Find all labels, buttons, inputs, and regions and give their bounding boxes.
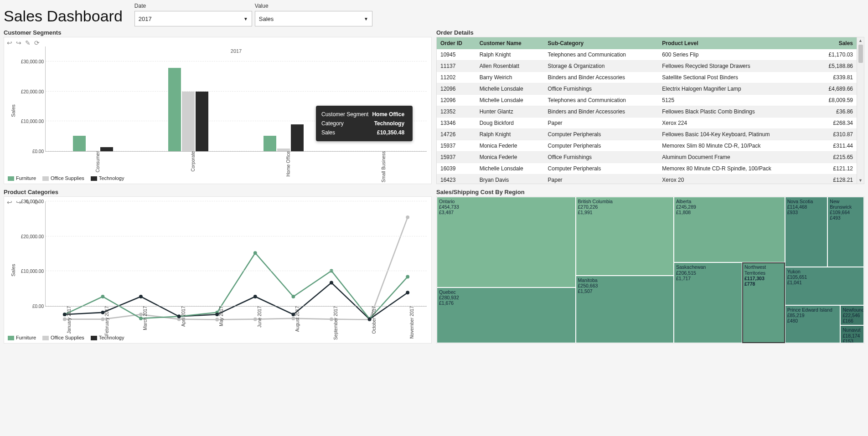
line-point[interactable] bbox=[101, 295, 104, 298]
treemap-node-ship: £493 bbox=[830, 215, 862, 221]
bar[interactable] bbox=[182, 92, 195, 151]
table-cell: Xerox 20 bbox=[658, 174, 814, 184]
value-filter: Value Sales ▼ bbox=[255, 3, 372, 26]
treemap-node[interactable]: Saskachewan£206,515£1,717 bbox=[674, 262, 742, 343]
treemap-node[interactable]: Prince Edward Island£85,219£480 bbox=[785, 305, 841, 343]
line-point[interactable] bbox=[253, 295, 257, 298]
table-cell: 12096 bbox=[437, 95, 476, 106]
table-row[interactable]: 16039Michelle LonsdaleComputer Periphera… bbox=[437, 163, 857, 174]
table-cell: Xerox 224 bbox=[658, 118, 814, 129]
line-series[interactable] bbox=[65, 253, 408, 319]
bar[interactable] bbox=[100, 147, 113, 151]
legend-item[interactable]: Technology bbox=[91, 175, 124, 181]
treemap-node[interactable]: Yukon£105,651£1,041 bbox=[785, 267, 864, 305]
legend-item[interactable]: Furniture bbox=[8, 335, 36, 340]
table-cell: Fellowes Black Plastic Comb Bindings bbox=[658, 106, 814, 118]
y-tick-label: £0.00 bbox=[32, 304, 46, 309]
legend-item[interactable]: Furniture bbox=[8, 175, 36, 181]
x-category-label: Home Office bbox=[284, 151, 291, 176]
treemap-node[interactable]: Newfoundland£22,546£166 bbox=[840, 305, 864, 326]
table-row[interactable]: 15937Monica FederleComputer PeripheralsM… bbox=[437, 140, 857, 152]
scroll-up-icon[interactable]: ▲ bbox=[858, 37, 863, 44]
col-subcategory[interactable]: Sub-Category bbox=[544, 37, 659, 49]
legend-item[interactable]: Office Supplies bbox=[42, 335, 84, 340]
line-point[interactable] bbox=[406, 215, 409, 219]
bar[interactable] bbox=[264, 136, 276, 151]
table-cell: £310.87 bbox=[814, 129, 857, 140]
legend-item[interactable]: Office Supplies bbox=[42, 175, 84, 181]
table-cell: Telephones and Communication bbox=[544, 95, 659, 106]
treemap-node[interactable]: New Brunswick£109,664£493 bbox=[827, 197, 864, 267]
treemap-node[interactable]: Manitoba£250,663£1,507 bbox=[576, 276, 674, 343]
table-row[interactable]: 14726Ralph KnightComputer PeripheralsFel… bbox=[437, 129, 857, 140]
date-filter-select[interactable]: 2017 ▼ bbox=[134, 11, 252, 26]
table-row[interactable]: 11202Barry WeirichBinders and Binder Acc… bbox=[437, 72, 857, 83]
order-table-scroll[interactable]: Order ID Customer Name Sub-Category Prod… bbox=[437, 37, 857, 184]
value-filter-value: Sales bbox=[259, 15, 274, 22]
table-cell: 10945 bbox=[437, 49, 476, 61]
treemap-node[interactable]: Quebec£280,932£1,676 bbox=[437, 287, 576, 343]
scroll-down-icon[interactable]: ▼ bbox=[858, 177, 863, 184]
col-sales[interactable]: Sales bbox=[814, 37, 857, 49]
table-row[interactable]: 12352Hunter GlantzBinders and Binder Acc… bbox=[437, 106, 857, 118]
redo-icon[interactable]: ↪ bbox=[16, 39, 21, 46]
table-cell: Telephones and Communication bbox=[544, 49, 659, 61]
line-point[interactable] bbox=[253, 251, 257, 255]
treemap-node[interactable]: British Columbia£270,226£1,991 bbox=[576, 197, 674, 276]
table-cell: Aluminum Document Frame bbox=[658, 152, 814, 163]
scroll-thumb[interactable] bbox=[858, 45, 863, 63]
treemap-node[interactable]: Ontario£454,733£3,487 bbox=[437, 197, 576, 287]
col-product[interactable]: Product Level bbox=[658, 37, 814, 49]
refresh-icon[interactable]: ⟳ bbox=[34, 39, 40, 46]
undo-icon[interactable]: ↩ bbox=[7, 39, 12, 46]
treemap-node-sales: £270,226 bbox=[578, 204, 672, 210]
table-row[interactable]: 13346Doug BickfordPaperXerox 224£268.34 bbox=[437, 118, 857, 129]
product-categories-chart[interactable]: ↩ ↪ ✎ ⟳ Sales £0.00£10,000.00£20,000.00£… bbox=[4, 196, 432, 344]
bar[interactable] bbox=[291, 124, 304, 151]
bar[interactable] bbox=[196, 92, 208, 151]
region-treemap[interactable]: ↩ ↪ ✎ Ontario£454,733£3,487British Colum… bbox=[436, 196, 864, 344]
treemap-node-sales: £22,546 bbox=[842, 313, 862, 318]
table-row[interactable]: 12096Michelle LonsdaleTelephones and Com… bbox=[437, 95, 857, 106]
line-series[interactable] bbox=[65, 283, 408, 319]
line-point[interactable] bbox=[406, 275, 409, 279]
table-scrollbar[interactable]: ▲ ▼ bbox=[857, 37, 864, 184]
x-category-label: February 2017 bbox=[103, 306, 109, 336]
treemap-node[interactable]: Northwest Territories£117,303£778 bbox=[742, 262, 785, 343]
value-filter-select[interactable]: Sales ▼ bbox=[255, 11, 372, 26]
table-cell: Computer Peripherals bbox=[544, 140, 659, 152]
line-point[interactable] bbox=[330, 281, 333, 285]
bar[interactable] bbox=[73, 136, 86, 151]
undo-icon[interactable]: ↩ bbox=[7, 199, 12, 206]
table-cell: Allen Rosenblatt bbox=[476, 61, 544, 72]
col-order-id[interactable]: Order ID bbox=[437, 37, 476, 49]
table-row[interactable]: 12096Michelle LonsdaleOffice Furnishings… bbox=[437, 83, 857, 95]
treemap-node-name: Saskachewan bbox=[676, 264, 740, 270]
col-customer[interactable]: Customer Name bbox=[476, 37, 544, 49]
y-tick-label: £20,000.00 bbox=[21, 234, 46, 239]
tooltip-key: Customer Segment bbox=[321, 110, 371, 118]
table-cell: £128.21 bbox=[814, 174, 857, 184]
treemap-node[interactable]: Alberta£245,289£1,808 bbox=[674, 197, 785, 262]
table-cell: Hunter Glantz bbox=[476, 106, 544, 118]
treemap-node-name: Quebec bbox=[439, 289, 574, 295]
table-cell: Paper bbox=[544, 174, 659, 184]
table-row[interactable]: 10945Ralph KnightTelephones and Communic… bbox=[437, 49, 857, 61]
treemap-node-sales: £206,515 bbox=[676, 270, 740, 276]
treemap-node-name: Northwest Territories bbox=[744, 264, 783, 275]
line-point[interactable] bbox=[139, 295, 143, 298]
table-row[interactable]: 11137Allen RosenblattStorage & Organizat… bbox=[437, 61, 857, 72]
legend-item[interactable]: Technology bbox=[91, 335, 124, 340]
table-cell: Bryan Davis bbox=[476, 174, 544, 184]
line-point[interactable] bbox=[406, 291, 409, 294]
bar[interactable] bbox=[168, 68, 181, 151]
line-point[interactable] bbox=[291, 295, 295, 298]
treemap-node-name: Nova Scotia bbox=[787, 199, 826, 204]
table-row[interactable]: 15937Monica FederleOffice FurnishingsAlu… bbox=[437, 152, 857, 163]
x-category-label: Consumer bbox=[93, 151, 100, 172]
customer-segments-chart[interactable]: ↩ ↪ ✎ ⟳ Sales 2017 £0.00£10,000.00£20,00… bbox=[4, 37, 432, 184]
eraser-icon[interactable]: ✎ bbox=[25, 39, 31, 46]
treemap-node[interactable]: Nova Scotia£114,468£933 bbox=[785, 197, 828, 267]
treemap-node[interactable]: Nunavut£18,174£153 bbox=[840, 325, 864, 343]
table-row[interactable]: 16423Bryan DavisPaperXerox 20£128.21 bbox=[437, 174, 857, 184]
